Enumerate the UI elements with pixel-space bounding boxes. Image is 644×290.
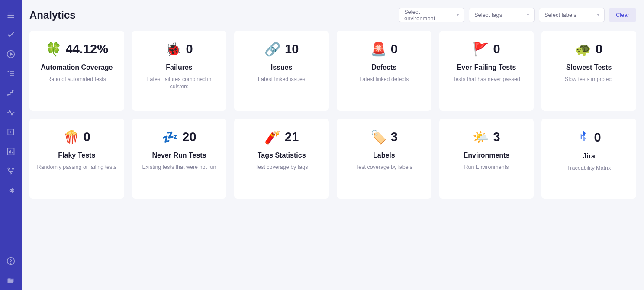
card-value: 0 bbox=[84, 130, 90, 144]
header: Analytics Select environment Select tags… bbox=[29, 8, 636, 22]
card-slowest[interactable]: 🐢 0 Slowest Tests Slow tests in project bbox=[541, 31, 636, 111]
environment-select[interactable]: Select environment bbox=[399, 8, 464, 22]
card-value: 10 bbox=[285, 42, 299, 56]
card-failures[interactable]: 🐞 0 Failures Latest failures combined in… bbox=[132, 31, 227, 111]
card-title: Flaky Tests bbox=[58, 151, 95, 160]
card-desc: Latest linked defects bbox=[359, 76, 409, 84]
ladybug-icon: 🐞 bbox=[165, 43, 181, 56]
card-title: Tags Statistics bbox=[258, 151, 306, 160]
gear-icon[interactable] bbox=[0, 180, 22, 200]
pulse-icon[interactable] bbox=[0, 103, 22, 122]
card-value: 0 bbox=[594, 130, 601, 145]
svg-point-14 bbox=[12, 168, 13, 169]
card-title: Failures bbox=[166, 63, 192, 72]
svg-marker-4 bbox=[10, 52, 12, 55]
card-title: Environments bbox=[464, 151, 510, 160]
flag-icon: 🚩 bbox=[473, 43, 489, 56]
siren-icon: 🚨 bbox=[370, 43, 386, 56]
card-flaky[interactable]: 🍿 0 Flaky Tests Randomly passing or fail… bbox=[29, 119, 124, 199]
card-desc: Existing tests that were not run bbox=[142, 164, 216, 171]
firecracker-icon: 🧨 bbox=[264, 131, 280, 144]
cards-grid: 🍀 44.12% Automation Coverage Ratio of au… bbox=[29, 31, 636, 199]
play-circle-icon[interactable] bbox=[0, 44, 22, 64]
svg-point-17 bbox=[11, 263, 11, 263]
menu-icon[interactable] bbox=[0, 5, 22, 25]
card-value: 21 bbox=[285, 130, 299, 144]
card-never-run[interactable]: 💤 20 Never Run Tests Existing tests that… bbox=[132, 119, 227, 199]
card-title: Labels bbox=[373, 151, 395, 160]
card-value: 3 bbox=[391, 130, 398, 144]
clear-button[interactable]: Clear bbox=[609, 8, 636, 22]
card-value: 3 bbox=[493, 130, 500, 144]
card-value: 0 bbox=[493, 42, 500, 56]
environment-select-label: Select environment bbox=[404, 9, 452, 22]
tags-select-label: Select tags bbox=[474, 12, 502, 18]
card-tags-stats[interactable]: 🧨 21 Tags Statistics Test coverage by ta… bbox=[234, 119, 329, 199]
card-ever-failing[interactable]: 🚩 0 Ever-Failing Tests Tests that has ne… bbox=[439, 31, 534, 111]
tags-select[interactable]: Select tags bbox=[469, 8, 535, 22]
weather-icon: 🌤️ bbox=[473, 131, 489, 144]
checklist-icon[interactable] bbox=[0, 64, 22, 83]
chart-icon[interactable] bbox=[0, 142, 22, 161]
link-icon: 🔗 bbox=[264, 43, 280, 56]
card-labels[interactable]: 🏷️ 3 Labels Test coverage by labels bbox=[337, 119, 431, 199]
card-value: 0 bbox=[596, 42, 602, 56]
labels-select-label: Select labels bbox=[544, 12, 576, 18]
card-value: 44.12% bbox=[66, 42, 108, 56]
card-title: Ever-Failing Tests bbox=[457, 63, 516, 72]
check-icon[interactable] bbox=[0, 25, 22, 44]
card-desc: Run Environments bbox=[464, 164, 509, 171]
card-defects[interactable]: 🚨 0 Defects Latest linked defects bbox=[337, 31, 431, 111]
jira-icon bbox=[577, 130, 590, 145]
svg-point-15 bbox=[10, 173, 11, 174]
card-title: Defects bbox=[371, 63, 396, 72]
card-value: 20 bbox=[182, 130, 196, 144]
import-icon[interactable] bbox=[0, 122, 22, 142]
labels-select[interactable]: Select labels bbox=[539, 8, 605, 22]
card-value: 0 bbox=[391, 42, 398, 56]
card-jira[interactable]: 0 Jira Traceability Matrix bbox=[541, 119, 636, 199]
card-title: Automation Coverage bbox=[41, 63, 113, 72]
popcorn-icon: 🍿 bbox=[63, 131, 79, 144]
card-title: Jira bbox=[583, 152, 595, 161]
card-desc: Ratio of automated tests bbox=[48, 76, 106, 84]
tag-icon: 🏷️ bbox=[370, 131, 386, 144]
card-automation-coverage[interactable]: 🍀 44.12% Automation Coverage Ratio of au… bbox=[29, 31, 124, 111]
card-desc: Latest linked issues bbox=[258, 76, 305, 84]
filter-bar: Select environment Select tags Select la… bbox=[399, 8, 636, 22]
card-title: Issues bbox=[271, 63, 293, 72]
page-title: Analytics bbox=[29, 9, 76, 21]
card-desc: Test coverage by labels bbox=[356, 164, 412, 171]
card-value: 0 bbox=[186, 42, 193, 56]
branch-icon[interactable] bbox=[0, 161, 22, 180]
zzz-icon: 💤 bbox=[162, 131, 178, 144]
card-desc: Test coverage by tags bbox=[255, 164, 308, 171]
card-desc: Traceability Matrix bbox=[567, 164, 611, 172]
svg-point-13 bbox=[8, 168, 9, 169]
card-desc: Latest failures combined in culsters bbox=[139, 76, 220, 91]
folder-icon[interactable] bbox=[0, 271, 22, 290]
clover-icon: 🍀 bbox=[45, 43, 61, 56]
card-title: Slowest Tests bbox=[566, 63, 612, 72]
help-icon[interactable] bbox=[0, 251, 22, 271]
card-environments[interactable]: 🌤️ 3 Environments Run Environments bbox=[439, 119, 534, 199]
card-title: Never Run Tests bbox=[152, 151, 206, 160]
card-issues[interactable]: 🔗 10 Issues Latest linked issues bbox=[234, 31, 329, 111]
card-desc: Slow tests in project bbox=[565, 76, 613, 84]
card-desc: Tests that has never passed bbox=[453, 76, 520, 84]
sidebar bbox=[0, 0, 22, 290]
card-desc: Randomly passing or failing tests bbox=[37, 164, 116, 171]
steps-icon[interactable] bbox=[0, 83, 22, 103]
turtle-icon: 🐢 bbox=[575, 43, 591, 56]
main-content: Analytics Select environment Select tags… bbox=[22, 0, 644, 290]
